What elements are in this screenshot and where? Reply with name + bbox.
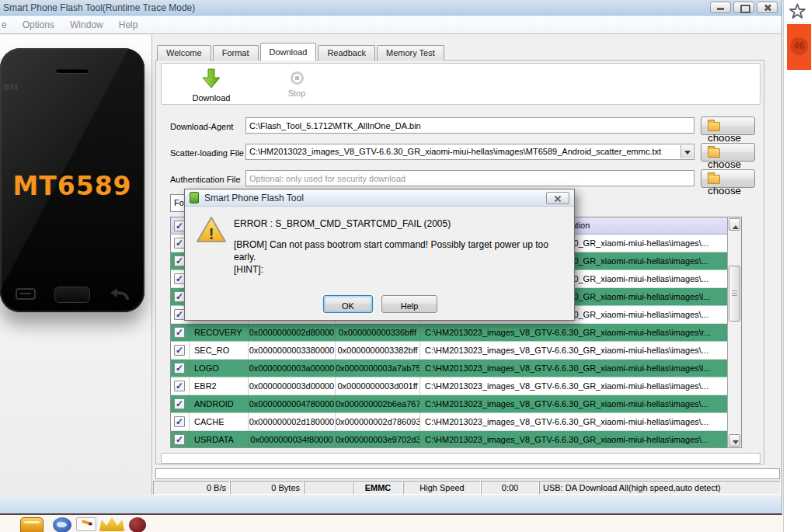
download-arrow-icon (202, 68, 221, 89)
dialog-app-icon (190, 192, 199, 203)
menu-item-options[interactable]: Options (23, 19, 54, 30)
treasure-chest-icon[interactable] (20, 517, 44, 532)
row-checkbox-cell (171, 342, 190, 359)
cell-begin: 0x0000000003d00000 (249, 377, 336, 395)
tab-readback[interactable]: Readback (318, 45, 375, 61)
table-row[interactable]: SEC_RO0x00000000033800000x0000000003382b… (171, 342, 727, 360)
row-checkbox[interactable] (174, 416, 185, 427)
cell-end: 0x000000002d786093 (336, 413, 420, 430)
row-checkbox[interactable] (174, 381, 185, 391)
table-row[interactable]: CACHE0x000000002d1800000x000000002d78609… (171, 413, 727, 431)
tab-memory-test[interactable]: Memory Test (377, 45, 444, 61)
stop-action-button[interactable]: Stop (266, 68, 328, 98)
folder-icon (708, 148, 720, 158)
tab-welcome[interactable]: Welcome (157, 45, 211, 61)
crown-icon[interactable] (99, 517, 124, 531)
auth-file-choose-button[interactable]: choose (701, 169, 755, 188)
menu-item-e[interactable]: e (2, 19, 7, 30)
table-row[interactable]: LOGO0x0000000003a000000x0000000003a7ab75… (171, 360, 727, 377)
cell-begin: 0x000000002d180000 (249, 413, 336, 430)
status-cell-0: 0 B/s (153, 481, 230, 495)
status-cell-3: EMMC (353, 481, 403, 495)
window-bottom-frame (0, 495, 781, 513)
cell-loc: C:\HM2013023_images_V8_GTV-6.6.30_GR_xia… (420, 431, 727, 447)
phone-speaker (56, 68, 89, 73)
phone-illustration: BM MT6589 (0, 48, 144, 312)
row-checkbox-cell (171, 413, 190, 430)
table-row[interactable]: EBR20x0000000003d000000x0000000003d001ff… (171, 377, 727, 395)
tab-download[interactable]: Download (260, 43, 317, 61)
download-agent-label: Download-Agent (170, 122, 233, 131)
row-checkbox[interactable] (174, 327, 185, 338)
menu-item-help[interactable]: Help (119, 19, 138, 30)
stop-action-label: Stop (266, 89, 328, 98)
table-row[interactable]: RECOVERY0x0000000002d800000x000000000336… (171, 324, 727, 342)
row-checkbox[interactable] (174, 238, 185, 249)
ok-button[interactable]: OK (323, 295, 373, 313)
tab-strip: WelcomeFormatDownloadReadbackMemory Test (157, 43, 446, 61)
cell-end: 0x0000000003a7ab75 (336, 360, 420, 377)
cell-end: 0x0000000003382bff (336, 342, 420, 359)
globe-icon[interactable] (53, 517, 71, 532)
scatter-file-choose-button[interactable]: choose (701, 143, 755, 162)
maximize-button[interactable] (733, 2, 754, 13)
cell-name: EBR2 (190, 377, 249, 395)
scroll-down-arrow[interactable] (729, 434, 740, 447)
row-checkbox-cell (171, 395, 190, 412)
scroll-thumb[interactable] (729, 266, 740, 322)
cell-name: ANDROID (190, 395, 249, 412)
download-agent-input[interactable] (245, 117, 694, 134)
cell-end: 0x000000002b6ea767 (336, 395, 420, 412)
table-row[interactable]: USRDATA0x0000000034f800000x000000003e970… (171, 431, 727, 447)
phone-home-button (54, 287, 90, 303)
badge-count: 46 (790, 37, 808, 55)
combo-dropdown-arrow[interactable] (680, 145, 693, 158)
phone-menu-icon (16, 288, 36, 300)
cell-name: USRDATA (190, 431, 249, 447)
red-orb-icon[interactable] (129, 517, 146, 532)
row-checkbox[interactable] (174, 309, 185, 320)
row-checkbox-cell (171, 360, 190, 377)
window-title: Smart Phone Flash Tool(Runtime Trace Mod… (3, 2, 195, 13)
row-checkbox[interactable] (174, 434, 185, 445)
minimize-button[interactable] (710, 2, 731, 13)
extension-badge[interactable]: 46 (787, 24, 811, 70)
page-progress-bar (161, 453, 761, 464)
download-action-button[interactable]: Download (180, 68, 242, 103)
notes-icon[interactable] (76, 517, 96, 531)
scatter-file-combobox[interactable]: C:\HM2013023_images_V8_GTV-6.6.30_GR_xia… (245, 144, 694, 160)
cell-begin: 0x0000000003380000 (249, 342, 336, 359)
download-agent-choose-button[interactable]: choose (701, 116, 755, 135)
row-checkbox[interactable] (174, 398, 185, 409)
menu-item-window[interactable]: Window (70, 19, 103, 30)
row-checkbox[interactable] (174, 256, 185, 266)
cell-end: 0x000000003e9702d3 (336, 431, 420, 447)
header-checkbox[interactable] (174, 221, 185, 231)
cell-begin: 0x0000000004780000 (249, 395, 336, 412)
status-cell-2 (304, 481, 353, 495)
close-button[interactable] (757, 2, 778, 13)
auth-file-input[interactable] (245, 170, 694, 186)
cell-begin: 0x0000000002d80000 (249, 324, 336, 341)
status-cell-1: 0 Bytes (230, 481, 304, 495)
row-checkbox[interactable] (174, 345, 185, 356)
scroll-up-arrow[interactable] (729, 218, 740, 231)
table-scrollbar[interactable] (727, 217, 741, 447)
dialog-close-button[interactable] (546, 192, 569, 204)
cell-loc: C:\HM2013023_images_V8_GTV-6.6.30_GR_xia… (420, 395, 727, 412)
browser-toolbar (784, 0, 811, 23)
tab-format[interactable]: Format (213, 45, 259, 61)
svg-text:!: ! (209, 225, 214, 242)
download-action-label: Download (180, 93, 242, 103)
warning-icon: ! (195, 215, 228, 245)
row-checkbox[interactable] (174, 273, 185, 284)
row-checkbox[interactable] (174, 291, 185, 302)
screen: 46 Smart Phone Flash Tool(Runtime Trace … (0, 0, 811, 532)
help-button[interactable]: Help (381, 295, 437, 313)
row-checkbox[interactable] (174, 363, 185, 374)
bookmark-star-icon[interactable] (788, 3, 806, 21)
cell-end: 0x0000000003d001ff (336, 377, 420, 395)
table-row[interactable]: ANDROID0x00000000047800000x000000002b6ea… (171, 395, 727, 413)
cell-name: LOGO (190, 360, 249, 377)
cell-loc: C:\HM2013023_images_V8_GTV-6.6.30_GR_xia… (420, 377, 727, 395)
